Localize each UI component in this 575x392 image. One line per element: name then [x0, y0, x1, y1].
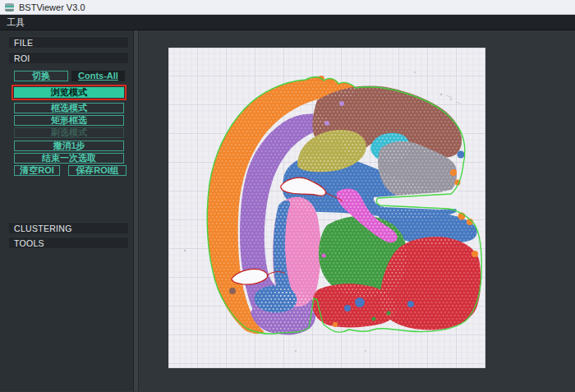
- menu-bar: 工具: [0, 15, 575, 30]
- box-select-mode-button[interactable]: 框选模式: [14, 103, 124, 113]
- save-roi-group-button[interactable]: 保存ROI组: [68, 165, 126, 176]
- clear-roi-button[interactable]: 清空ROI: [14, 165, 60, 176]
- toggle-button[interactable]: 切换: [14, 71, 68, 81]
- slide-canvas[interactable]: [168, 48, 485, 368]
- browse-mode-button[interactable]: 浏览模式: [14, 87, 124, 98]
- cluster-spot-orange[interactable]: [333, 322, 338, 327]
- cluster-spot-magenta[interactable]: [322, 254, 326, 258]
- sidebar-panel: FILE ROI 切换 Conts-All 浏览模式 框选模式 矩形框选 刷选模…: [0, 30, 134, 391]
- cluster-spot-orange[interactable]: [328, 79, 333, 84]
- tissue-cluster-map[interactable]: [168, 48, 485, 368]
- cluster-spot-blue[interactable]: [407, 301, 414, 307]
- spot-texture: [255, 285, 297, 312]
- undo-step-button[interactable]: 撤消1步: [14, 141, 124, 151]
- finish-selection-button[interactable]: 结束一次选取: [14, 153, 124, 164]
- cluster-spot-orange[interactable]: [450, 169, 457, 176]
- section-header-file[interactable]: FILE: [9, 36, 128, 48]
- dust-speck: [295, 350, 297, 352]
- cluster-spot-blue[interactable]: [344, 305, 351, 311]
- section-header-clustering[interactable]: CLUSTERING: [9, 222, 128, 233]
- rect-select-button[interactable]: 矩形框选: [14, 115, 124, 126]
- window-title: BSTViewer V3.0: [19, 0, 85, 15]
- dust-speck: [365, 350, 366, 352]
- browse-mode-button-highlight: 浏览模式: [12, 85, 126, 100]
- dust-speck: [450, 99, 452, 100]
- section-header-tools[interactable]: TOOLS: [9, 237, 128, 248]
- cluster-spot-lavender[interactable]: [324, 121, 329, 126]
- dust-speck: [184, 250, 186, 251]
- viewer-area: [139, 30, 575, 391]
- window-titlebar: BSTViewer V3.0: [0, 0, 575, 15]
- section-header-roi[interactable]: ROI: [9, 52, 128, 63]
- cluster-spot-orange[interactable]: [472, 251, 478, 257]
- cluster-spot-green[interactable]: [372, 317, 376, 321]
- cluster-spot-blue[interactable]: [458, 151, 465, 159]
- menu-item-tools[interactable]: 工具: [0, 15, 31, 30]
- cluster-spot-green[interactable]: [387, 311, 391, 316]
- dust-speck: [414, 71, 416, 73]
- cluster-spot-lavender[interactable]: [339, 101, 344, 106]
- cluster-spot-blue[interactable]: [355, 297, 365, 307]
- dust-speck: [440, 94, 443, 96]
- cluster-spot-brown[interactable]: [229, 288, 236, 294]
- app-logo-icon: [5, 3, 14, 12]
- brush-select-mode-button: 刷选模式: [14, 127, 124, 138]
- contours-selector[interactable]: Conts-All: [71, 71, 125, 81]
